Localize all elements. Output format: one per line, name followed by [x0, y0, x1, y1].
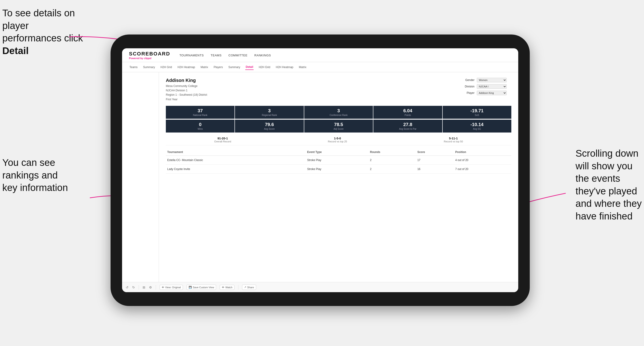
cell-event-type-2: Stroke Play	[306, 165, 369, 173]
tab-summary[interactable]: Summary	[142, 65, 155, 70]
annotation-r-3: the events	[576, 173, 620, 184]
view-icon: 👁	[162, 286, 164, 289]
cell-rounds-2: 2	[368, 165, 416, 173]
tab-h2h-grid2[interactable]: H2H Grid	[258, 65, 271, 70]
stat-points: 6.04 Points	[373, 106, 442, 119]
share-button[interactable]: ↗ Share	[242, 285, 256, 290]
tab-matrix[interactable]: Matrix	[200, 65, 209, 70]
toolbar-sep-2	[156, 285, 156, 290]
player-name: Addison King	[166, 78, 207, 83]
stat-avg-sg: -10.14 Avg SG	[443, 120, 511, 133]
stat-adj-score: 78.5 Adj Score	[304, 120, 373, 133]
annotation-bl-1: You can see	[2, 157, 55, 168]
tab-h2h-heatmap2[interactable]: H2H Heatmap	[275, 65, 294, 70]
tournament-table: Tournament Event Type Rounds Score Posit…	[166, 149, 511, 174]
cell-score-1: 17	[416, 156, 454, 165]
annotation-r-4: they've played	[576, 186, 637, 196]
toolbar: ↺ ↻ ⊞ ⚙ 👁 View: Original 💾 Save Custom V…	[122, 282, 518, 292]
player-college: Mesa Community College	[166, 84, 207, 88]
tab-matrix2[interactable]: Matrix	[298, 65, 307, 70]
col-score: Score	[416, 149, 454, 156]
records-row: 91-20-1 Overall Record 1-5-0 Record vs t…	[166, 133, 511, 145]
gender-label: Gender	[461, 78, 474, 82]
annotation-detail-bold: Detail	[2, 45, 28, 56]
stat-avg-score-par: 27.8 Avg Score to Par	[373, 120, 442, 133]
player-region: Region 1 - Southwest (18) District	[166, 93, 207, 97]
settings-icon[interactable]: ⚙	[149, 286, 152, 289]
annotation-r-1: Scrolling down	[576, 148, 638, 159]
cell-tournament-2: Lady Coyote Invite	[166, 165, 306, 173]
tablet-frame: SCOREBOARD Powered by clippd TOURNAMENTS…	[110, 34, 530, 306]
watch-button[interactable]: 👁 Watch	[220, 285, 234, 290]
cell-position-1: 4 out of 20	[454, 156, 511, 165]
cell-rounds-1: 2	[368, 156, 416, 165]
undo-icon[interactable]: ↺	[126, 286, 128, 289]
sidebar	[122, 72, 159, 282]
view-original-button[interactable]: 👁 View: Original	[160, 285, 183, 290]
col-position: Position	[454, 149, 511, 156]
record-top25: 1-5-0 Record vs top 25	[328, 137, 347, 143]
stat-conference-rank: 3 Conference Rank	[304, 106, 373, 119]
division-label: Division	[461, 85, 474, 88]
player-header: Addison King Mesa Community College NJCA…	[166, 78, 511, 102]
division-select[interactable]: NJCAA I NJCAA II	[477, 84, 507, 89]
toolbar-sep-1	[139, 285, 139, 290]
watch-icon: 👁	[222, 286, 224, 289]
nav-rankings[interactable]: RANKINGS	[254, 53, 271, 57]
stat-regional-rank: 3 Regional Rank	[235, 106, 304, 119]
player-controls: Gender Women Men Division NJCAA I NJCAA …	[461, 78, 511, 102]
cell-tournament-1: Estella CC- Mountain Classic	[166, 156, 306, 165]
save-custom-button[interactable]: 💾 Save Custom View	[186, 285, 216, 290]
player-select[interactable]: Addison King	[477, 91, 507, 95]
annotation-bl-2: rankings and	[2, 170, 58, 180]
stats-row2: 0 Wins 79.6 Avg Score 78.5 Adj Score 27.…	[166, 120, 511, 133]
tab-h2h-grid[interactable]: H2H Grid	[160, 65, 172, 70]
record-top50: 5-11-1 Record vs top 50	[444, 137, 463, 143]
player-control: Player Addison King	[461, 91, 511, 95]
player-label: Player	[461, 91, 474, 95]
sub-nav: Teams Summary H2H Grid H2H Heatmap Matri…	[122, 62, 518, 72]
col-rounds: Rounds	[368, 149, 416, 156]
nav-committee[interactable]: COMMITTEE	[228, 53, 248, 57]
cell-event-type-1: Stroke Play	[306, 156, 369, 165]
tab-h2h-heatmap[interactable]: H2H Heatmap	[177, 65, 196, 70]
tab-summary2[interactable]: Summary	[228, 65, 240, 70]
player-year: First Year	[166, 97, 207, 102]
logo-powered: Powered by clippd	[129, 57, 170, 60]
stat-national-rank: 37 National Rank	[166, 106, 234, 119]
nav-teams[interactable]: TEAMS	[211, 53, 222, 57]
stat-wins: 0 Wins	[166, 120, 234, 133]
annotation-bl-3: key information	[2, 182, 68, 193]
player-info: Addison King Mesa Community College NJCA…	[166, 78, 207, 102]
tablet-screen: SCOREBOARD Powered by clippd TOURNAMENTS…	[122, 48, 518, 292]
toolbar-sep-3	[238, 285, 238, 290]
logo-area: SCOREBOARD Powered by clippd	[129, 51, 170, 60]
top-nav: SCOREBOARD Powered by clippd TOURNAMENTS…	[122, 48, 518, 62]
redo-icon[interactable]: ↻	[132, 286, 135, 289]
division-control: Division NJCAA I NJCAA II	[461, 84, 511, 89]
tab-players[interactable]: Players	[213, 65, 223, 70]
logo-scoreboard: SCOREBOARD	[129, 51, 170, 57]
record-overall: 91-20-1 Overall Record	[214, 137, 231, 143]
grid-icon[interactable]: ⊞	[142, 286, 145, 289]
annotation-r-5: and where they	[576, 198, 642, 209]
share-icon: ↗	[244, 286, 246, 289]
table-row: Lady Coyote Invite Stroke Play 2 16 7 ou…	[166, 165, 511, 173]
annotation-bottom-left: You can see rankings and key information	[2, 157, 68, 194]
cell-position-2: 7 out of 20	[454, 165, 511, 173]
stat-avg-score: 79.6 Avg Score	[235, 120, 304, 133]
cell-score-2: 16	[416, 165, 454, 173]
stats-row1: 37 National Rank 3 Regional Rank 3 Confe…	[166, 106, 511, 119]
tab-detail[interactable]: Detail	[245, 64, 254, 70]
tab-teams[interactable]: Teams	[129, 65, 138, 70]
main-nav: TOURNAMENTS TEAMS COMMITTEE RANKINGS	[180, 53, 271, 57]
annotation-right: Scrolling down will show you the events …	[576, 147, 642, 223]
player-division: NJCAA Division 1	[166, 88, 207, 93]
table-row: Estella CC- Mountain Classic Stroke Play…	[166, 156, 511, 165]
annotation-r-2: will show you	[576, 161, 632, 172]
gender-control: Gender Women Men	[461, 78, 511, 82]
main-content: Addison King Mesa Community College NJCA…	[159, 72, 518, 282]
stat-sos: -19.71 SoS	[443, 106, 511, 119]
nav-tournaments[interactable]: TOURNAMENTS	[180, 53, 204, 57]
gender-select[interactable]: Women Men	[477, 78, 507, 82]
